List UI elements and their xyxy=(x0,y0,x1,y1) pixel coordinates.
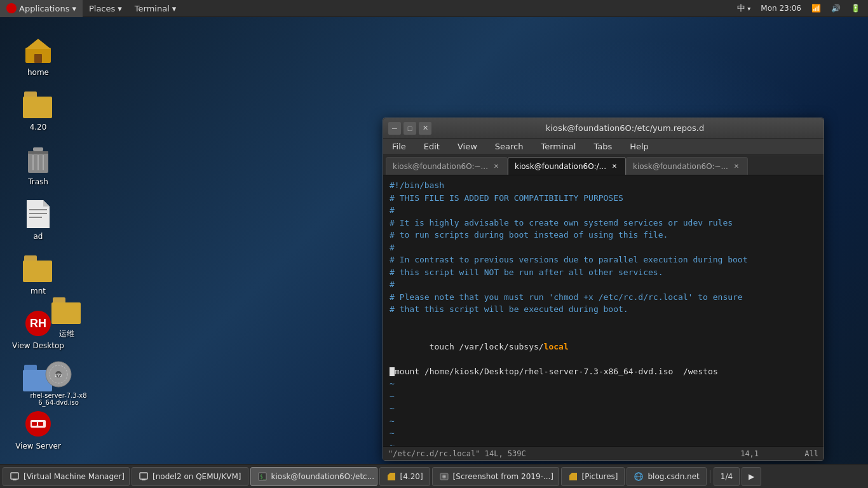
svg-rect-26 xyxy=(13,479,17,480)
ad-doc-icon xyxy=(23,199,53,229)
places-menu[interactable]: Places ▾ xyxy=(83,0,128,17)
svg-marker-1 xyxy=(25,39,51,49)
svg-point-34 xyxy=(443,475,445,477)
terminal-menu-edit[interactable]: Edit xyxy=(420,140,444,152)
menubar-right: 中 ▾ Mon 23:06 📶 🔊 🔋 xyxy=(729,3,868,14)
datetime-label: Mon 23:06 xyxy=(761,4,801,13)
taskbar-420[interactable]: [4.20] xyxy=(379,467,430,486)
home-folder-icon xyxy=(23,35,53,65)
desktop-icon-mnt[interactable]: mnt xyxy=(6,250,70,299)
tab-1-close[interactable]: ✕ xyxy=(492,162,501,171)
terminal-content[interactable]: #!/bin/bash # THIS FILE IS ADDED FOR COM… xyxy=(383,175,824,446)
battery-tray[interactable]: 🔋 xyxy=(848,4,863,13)
taskbar-terminal-active[interactable]: $_ kiosk@foundation6O:/etc... xyxy=(250,467,377,486)
svg-rect-27 xyxy=(140,473,147,479)
minimize-button[interactable]: ─ xyxy=(388,122,401,135)
terminal-label: Terminal xyxy=(135,4,170,13)
desktop-icon-view-server[interactable]: View Server xyxy=(6,405,70,454)
terminal-statusbar: "/etc/rc.d/rc.local" 14L, 539C 14,1 All xyxy=(383,446,824,460)
term-line-11: # that this script will be executed duri… xyxy=(390,303,817,316)
tab-3-close[interactable]: ✕ xyxy=(732,162,741,171)
vim-scroll: All xyxy=(804,449,818,458)
terminal-tab-1[interactable]: kiosk@foundation6O:~... ✕ xyxy=(386,157,508,175)
taskbar-pictures[interactable]: [Pictures] xyxy=(561,467,625,486)
vm-manager-label: [Virtual Machine Manager] xyxy=(24,472,125,481)
taskbar-arrow[interactable]: ▶ xyxy=(742,467,761,486)
yunwei-folder-icon xyxy=(51,295,82,326)
tab-2-close[interactable]: ✕ xyxy=(610,162,619,171)
terminal-menu-help[interactable]: Help xyxy=(626,140,653,152)
svg-rect-25 xyxy=(11,473,18,479)
taskbar-pagenum[interactable]: 1/4 xyxy=(714,467,740,486)
desktop-icon-home[interactable]: home xyxy=(6,32,70,80)
taskbar-screenshot[interactable]: [Screenshot from 2019-...] xyxy=(432,467,559,486)
kbd-chevron: ▾ xyxy=(747,5,750,12)
desktop-icon-trash[interactable]: Trash xyxy=(6,141,70,189)
mnt-folder-icon xyxy=(23,254,53,284)
svg-rect-11 xyxy=(29,209,47,210)
datetime-display[interactable]: Mon 23:06 xyxy=(758,4,804,13)
terminal-window-controls: ─ □ ✕ xyxy=(388,122,431,135)
vm-manager-icon xyxy=(10,471,20,482)
desktop-icon-420[interactable]: 4.20 xyxy=(6,86,70,135)
volume-tray[interactable]: 🔊 xyxy=(829,4,843,13)
blog-label: blog.csdn.net xyxy=(648,472,699,481)
view-server-label: View Server xyxy=(15,442,61,451)
applications-label: Applications xyxy=(19,4,69,13)
term-tilde-4: ~ xyxy=(390,415,817,428)
desktop-icon-dvd[interactable]: DVD rhel-server-7.3-x86_64-dvd.iso xyxy=(27,356,90,409)
vim-position: 14,1 xyxy=(740,449,759,458)
terminal-window[interactable]: ─ □ ✕ kiosk@foundation6O:/etc/yum.repos.… xyxy=(383,118,824,461)
maximize-button[interactable]: □ xyxy=(403,122,416,135)
cursor xyxy=(390,367,395,376)
terminal-tb-icon: $_ xyxy=(257,471,268,482)
svg-rect-19 xyxy=(38,422,43,426)
term-line-14: mount /home/kiosk/Desktop/rhel-server-7.… xyxy=(390,365,817,378)
taskbar-nodel2[interactable]: [nodel2 on QEMU/KVM] xyxy=(132,467,248,486)
redhat-icon xyxy=(6,3,17,13)
svg-rect-12 xyxy=(29,213,47,214)
applications-menu[interactable]: Applications ▾ xyxy=(0,0,83,17)
nodel2-label: [nodel2 on QEMU/KVM] xyxy=(153,472,241,481)
terminal-tab-2[interactable]: kiosk@foundation6O:/... ✕ xyxy=(508,157,626,175)
top-menubar: Applications ▾ Places ▾ Terminal ▾ 中 ▾ M… xyxy=(0,0,868,17)
svg-rect-13 xyxy=(29,217,42,218)
desktop-icon-yunwei[interactable]: 运维 xyxy=(35,292,98,342)
term-tilde-1: ~ xyxy=(390,377,817,390)
terminal-menu-search[interactable]: Search xyxy=(491,140,527,152)
term-tilde-3: ~ xyxy=(390,402,817,415)
term-line-10: # Please note that you must run 'chmod +… xyxy=(390,291,817,304)
svg-rect-18 xyxy=(32,422,37,426)
term-line-3: # xyxy=(390,204,817,217)
420-label: [4.20] xyxy=(400,472,423,481)
taskbar-blog[interactable]: blog.csdn.net xyxy=(627,467,706,486)
vim-status-left: "/etc/rc.d/rc.local" 14L, 539C xyxy=(388,449,526,458)
terminal-tabs: kiosk@foundation6O:~... ✕ kiosk@foundati… xyxy=(383,155,824,175)
applications-chevron: ▾ xyxy=(72,4,76,13)
taskbar-vm-manager[interactable]: [Virtual Machine Manager] xyxy=(3,467,130,486)
keyboard-layout-tray[interactable]: 中 ▾ xyxy=(735,3,753,14)
desktop: Applications ▾ Places ▾ Terminal ▾ 中 ▾ M… xyxy=(0,0,868,488)
svg-marker-35 xyxy=(569,473,577,480)
view-server-icon xyxy=(23,409,53,439)
terminal-menu-tabs[interactable]: Tabs xyxy=(590,140,616,152)
420-tb-icon xyxy=(386,471,397,482)
terminal-menu-terminal[interactable]: Terminal xyxy=(537,140,580,152)
taskbar: [Virtual Machine Manager] [nodel2 on QEM… xyxy=(0,464,868,488)
term-tilde-2: ~ xyxy=(390,390,817,403)
wifi-tray[interactable]: 📶 xyxy=(809,4,824,13)
svg-text:$_: $_ xyxy=(260,474,266,480)
term-line-7: # In contrast to previous versions due t… xyxy=(390,254,817,266)
terminal-tab-3[interactable]: kiosk@foundation6O:~... ✕ xyxy=(626,157,748,175)
terminal-menu[interactable]: Terminal ▾ xyxy=(128,0,182,17)
desktop-icon-ad[interactable]: ad xyxy=(6,196,70,244)
svg-marker-31 xyxy=(388,473,395,480)
screenshot-tb-icon xyxy=(439,471,449,482)
places-chevron: ▾ xyxy=(118,4,122,13)
close-button[interactable]: ✕ xyxy=(419,122,431,135)
svg-marker-10 xyxy=(43,200,50,207)
terminal-menu-file[interactable]: File xyxy=(388,140,410,152)
desktop-icon-dvd-container: DVD rhel-server-7.3-x86_64-dvd.iso xyxy=(27,356,90,409)
arrow-icon: ▶ xyxy=(749,472,754,481)
terminal-menu-view[interactable]: View xyxy=(454,140,481,152)
